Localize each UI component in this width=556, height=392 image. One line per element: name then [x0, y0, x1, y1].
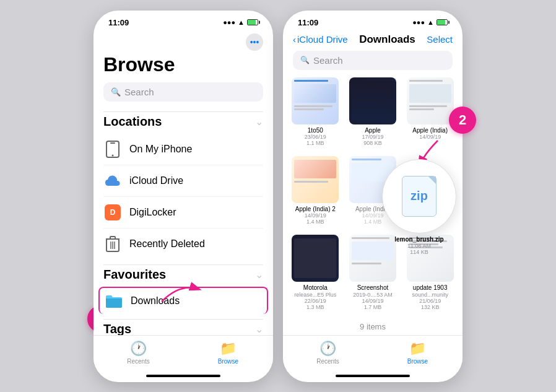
file-apple-india[interactable]: Apple (India) 14/09/19	[404, 77, 456, 151]
left-tab-bar: 🕐 Recents 📁 Browse	[93, 335, 273, 372]
items-count: 9 items	[283, 316, 463, 335]
file-motorola-date: 22/06/19	[305, 298, 326, 304]
tags-header: Tags ⌄	[103, 319, 263, 335]
recently-deleted-label: Recently Deleted	[129, 238, 205, 250]
left-tab-recents[interactable]: 🕐 Recents	[93, 341, 183, 365]
icloud-drive-label: iCloud Drive	[129, 175, 183, 186]
locations-chevron: ⌄	[255, 116, 263, 128]
file-apple-india-thumb	[407, 77, 454, 124]
downloads-nav-bar: ‹ iCloud Drive Downloads Select	[283, 30, 463, 51]
battery-icon	[247, 19, 258, 25]
zip-time: 11:06 AM	[407, 243, 431, 249]
file-apple-thumb	[349, 77, 396, 124]
zip-file-icon: zip	[402, 176, 437, 217]
zip-filename: lemon_brush.zip	[394, 236, 443, 243]
svg-point-1	[112, 154, 114, 156]
file-motorola-name: Motorolarelease...E5 Plus	[294, 284, 336, 298]
right-signal-icon: ●●●	[412, 19, 425, 26]
svg-rect-2	[110, 142, 115, 144]
file-motorola[interactable]: Motorolarelease...E5 Plus 22/06/19 1.3 M…	[289, 235, 342, 315]
file-update1903-name: update 1903sound...munity	[412, 284, 448, 298]
left-home-indicator	[146, 375, 220, 377]
icloud-icon	[103, 172, 122, 190]
file-update1903-date: 21/06/19	[419, 298, 441, 304]
file-apple-date: 17/09/19	[362, 134, 383, 140]
trash-icon	[103, 235, 122, 253]
right-search-bar[interactable]: 🔍 Search	[293, 51, 453, 70]
right-search-icon: 🔍	[300, 56, 310, 64]
zip-circle: zip	[382, 159, 456, 233]
zip-size: 114 KB	[410, 249, 428, 255]
left-status-icons: ●●● ▲	[223, 19, 258, 26]
left-tab-browse[interactable]: 📁 Browse	[183, 341, 273, 365]
back-label: iCloud Drive	[297, 34, 348, 45]
locations-header: Locations ⌄	[103, 111, 263, 134]
left-time: 11:09	[108, 18, 129, 27]
select-button[interactable]: Select	[427, 34, 453, 45]
wifi-icon: ▲	[238, 19, 245, 26]
file-apple-india-3-size: 1.4 MB	[364, 219, 382, 225]
file-1to50-size: 1.1 MB	[306, 140, 324, 146]
file-apple-size: 908 KB	[363, 140, 382, 146]
back-button[interactable]: ‹ iCloud Drive	[293, 34, 348, 45]
right-wifi-icon: ▲	[427, 19, 434, 26]
search-icon: 🔍	[111, 87, 121, 97]
downloads-item[interactable]: Downloads	[98, 287, 268, 314]
tags-chevron: ⌄	[255, 323, 263, 335]
main-container: 1 11:09 ●●● ▲ ••• Browse	[93, 11, 463, 382]
right-recents-icon: 🕐	[319, 341, 336, 357]
right-tab-bar: 🕐 Recents 📁 Browse	[283, 335, 463, 372]
icloud-drive-item[interactable]: iCloud Drive	[103, 165, 263, 197]
favourites-title: Favourites	[103, 268, 166, 282]
browse-title: Browse	[93, 51, 273, 82]
downloads-title: Downloads	[359, 33, 415, 46]
file-motorola-size: 1.3 MB	[306, 304, 324, 310]
file-apple[interactable]: Apple 17/09/19 908 KB	[347, 77, 399, 151]
right-status-icons: ●●● ▲	[412, 19, 448, 26]
left-phone-content: ••• Browse 🔍 Search Locations ⌄	[93, 30, 273, 335]
right-home-indicator	[336, 375, 410, 377]
file-apple-india-name: Apple (India)	[412, 127, 448, 134]
browse-header: •••	[93, 30, 273, 51]
file-motorola-thumb	[292, 235, 339, 282]
favourites-section: Favourites ⌄ Downloads	[93, 264, 273, 314]
file-screenshot-size: 1.7 MB	[364, 304, 382, 310]
phone-icon	[103, 140, 122, 159]
left-phone: 11:09 ●●● ▲ ••• Browse 🔍 Search	[93, 11, 273, 382]
file-apple-india-date: 14/09/19	[419, 134, 441, 140]
file-apple-india-2-size: 1.4 MB	[306, 219, 324, 225]
file-1to50-name: 1to50	[308, 127, 323, 134]
file-screenshot-date: 14/09/19	[362, 298, 383, 304]
file-apple-name: Apple	[365, 127, 381, 134]
favourites-chevron: ⌄	[255, 269, 263, 281]
recents-icon: 🕐	[130, 341, 147, 357]
left-search-placeholder: Search	[124, 87, 154, 97]
file-1to50-thumb	[292, 77, 339, 124]
right-browse-icon: 📁	[409, 341, 426, 357]
right-battery-icon	[437, 19, 448, 25]
ellipsis-button[interactable]: •••	[246, 33, 263, 51]
left-recents-label: Recents	[127, 358, 150, 365]
on-my-iphone-item[interactable]: On My iPhone	[103, 134, 263, 165]
left-search-bar[interactable]: 🔍 Search	[103, 82, 263, 102]
zip-label: zip	[410, 189, 428, 203]
file-apple-india-2[interactable]: Apple (India) 2 14/09/19 1.4 MB	[289, 156, 342, 230]
zip-overlay: zip lemon_brush.zip 11:06 AM 114 KB	[382, 159, 456, 255]
right-tab-recents[interactable]: 🕐 Recents	[283, 341, 373, 365]
right-tab-browse[interactable]: 📁 Browse	[373, 341, 463, 365]
browse-icon: 📁	[220, 341, 237, 357]
digilocker-item[interactable]: D DigiLocker	[103, 197, 263, 229]
downloads-folder-icon	[105, 292, 123, 310]
file-apple-india-2-name: Apple (India) 2	[295, 206, 336, 212]
file-1to50-date: 23/06/19	[305, 134, 326, 140]
file-update1903-size: 132 KB	[421, 304, 440, 310]
digilocker-icon: D	[103, 203, 122, 222]
recently-deleted-item[interactable]: Recently Deleted	[103, 229, 263, 259]
favourites-header: Favourites ⌄	[103, 264, 263, 287]
downloads-label: Downloads	[131, 295, 180, 307]
right-time: 11:09	[298, 18, 318, 27]
right-status-bar: 11:09 ●●● ▲	[283, 11, 463, 30]
signal-icon: ●●●	[223, 19, 235, 26]
on-my-iphone-label: On My iPhone	[129, 144, 192, 155]
file-1to50[interactable]: 1to50 23/06/19 1.1 MB	[289, 77, 342, 151]
